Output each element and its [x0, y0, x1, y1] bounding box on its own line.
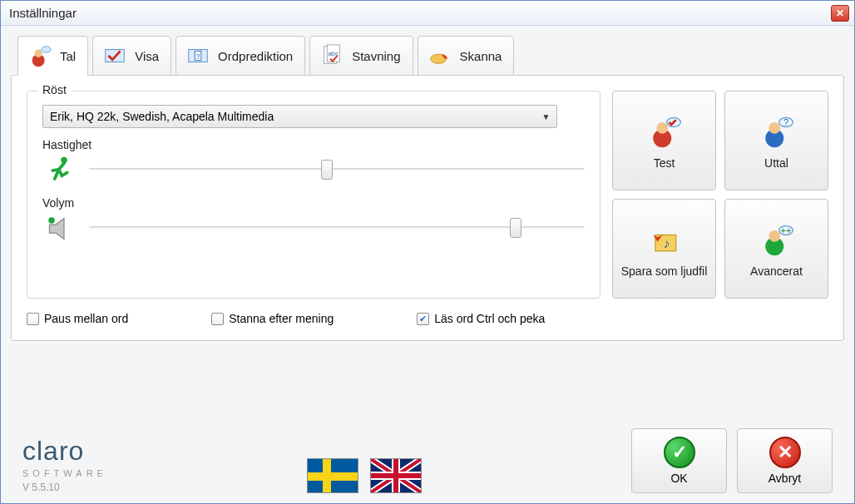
read-ctrl-checkbox[interactable]: ✔ Läs ord Ctrl och peka	[417, 312, 545, 325]
settings-window: Inställningar ✕ Tal	[0, 0, 855, 504]
ok-check-icon: ✓	[664, 437, 695, 468]
advanced-button[interactable]: ++ Avancerat	[724, 199, 828, 299]
side-buttons: Test ? Uttal	[612, 91, 828, 299]
tab-label: Tal	[60, 49, 76, 63]
footer: claro SOFTWARE V 5.5.10	[11, 422, 844, 493]
checkbox-icon	[211, 313, 224, 325]
volume-label: Volym	[42, 196, 585, 210]
prediction-icon: ?	[185, 42, 211, 69]
checkbox-label: Stanna efter mening	[229, 312, 334, 325]
button-label: Avancerat	[750, 264, 803, 278]
spelling-icon: abc	[319, 42, 345, 69]
person-check-icon	[645, 111, 684, 151]
brand-block: claro SOFTWARE V 5.5.10	[22, 436, 107, 493]
scan-icon	[427, 42, 453, 69]
person-question-icon: ?	[757, 111, 797, 151]
stop-sentence-checkbox[interactable]: Stanna efter mening	[211, 312, 334, 325]
flag-english[interactable]	[370, 458, 422, 493]
speech-person-icon	[27, 42, 53, 69]
svg-point-2	[42, 47, 51, 53]
voice-selected-value: Erik, HQ 22k, Swedish, Acapela Multimedi…	[50, 110, 274, 123]
tab-ordprediktion[interactable]: ? Ordprediktion	[175, 36, 305, 76]
brand-logo: claro	[22, 436, 107, 467]
tab-label: Stavning	[352, 49, 400, 63]
person-plus-icon: ++	[757, 220, 797, 259]
svg-point-23	[769, 230, 780, 242]
uttal-button[interactable]: ? Uttal	[724, 91, 828, 190]
speed-label: Hastighet	[42, 138, 585, 151]
voice-fieldset: Röst Erik, HQ 22k, Swedish, Acapela Mult…	[27, 91, 600, 299]
svg-point-12	[48, 217, 55, 224]
test-button[interactable]: Test	[612, 91, 716, 190]
brand-version: V 5.5.10	[22, 482, 107, 493]
tab-tal[interactable]: Tal	[17, 36, 88, 76]
title-bar: Inställningar ✕	[1, 1, 854, 26]
chevron-down-icon: ▼	[541, 112, 550, 121]
tab-label: Ordprediktion	[218, 49, 293, 63]
display-check-icon	[101, 42, 128, 69]
volume-slider[interactable]	[89, 220, 585, 238]
svg-point-14	[656, 122, 668, 134]
pause-words-checkbox[interactable]: Paus mellan ord	[27, 312, 128, 325]
button-label: Avbryt	[769, 472, 801, 485]
button-label: Spara som ljudfil	[621, 264, 708, 278]
svg-text:♪: ♪	[663, 236, 670, 250]
language-flags	[307, 458, 422, 493]
save-audio-button[interactable]: ♪ Spara som ljudfil	[612, 199, 716, 299]
button-label: OK	[670, 472, 687, 485]
svg-point-1	[34, 50, 42, 57]
window-title: Inställningar	[9, 6, 831, 20]
button-label: Uttal	[764, 156, 788, 170]
tab-panel: Tal Visa	[11, 36, 844, 422]
button-label: Test	[654, 156, 675, 170]
checkbox-label: Läs ord Ctrl och peka	[434, 312, 545, 325]
close-button[interactable]: ✕	[831, 5, 849, 22]
checkbox-icon: ✔	[417, 313, 429, 325]
svg-point-17	[769, 122, 780, 134]
cancel-button[interactable]: ✕ Avbryt	[737, 428, 833, 493]
svg-text:++: ++	[780, 225, 791, 235]
svg-text:?: ?	[783, 117, 788, 127]
checkbox-icon	[27, 313, 39, 325]
tab-row: Tal Visa	[11, 36, 844, 76]
checkbox-label: Paus mellan ord	[44, 312, 128, 325]
checkbox-row: Paus mellan ord Stanna efter mening ✔ Lä…	[27, 307, 828, 325]
speaker-icon	[42, 211, 77, 246]
tab-label: Skanna	[460, 49, 502, 63]
tab-visa[interactable]: Visa	[92, 36, 171, 76]
voice-legend: Röst	[37, 83, 72, 96]
content-area: Tal Visa	[1, 26, 854, 503]
svg-text:?: ?	[196, 52, 200, 61]
brand-sub: SOFTWARE	[22, 468, 107, 478]
running-person-icon	[42, 153, 77, 188]
flag-swedish[interactable]	[307, 458, 358, 493]
close-icon: ✕	[836, 7, 844, 19]
save-audio-icon: ♪	[645, 220, 684, 259]
tab-label: Visa	[135, 49, 159, 63]
tab-skanna[interactable]: Skanna	[418, 36, 515, 76]
cancel-x-icon: ✕	[769, 437, 801, 468]
tab-body-tal: Röst Erik, HQ 22k, Swedish, Acapela Mult…	[11, 75, 844, 341]
speed-slider[interactable]	[89, 161, 585, 180]
slider-thumb[interactable]	[321, 160, 333, 180]
voice-select[interactable]: Erik, HQ 22k, Swedish, Acapela Multimedi…	[42, 105, 557, 128]
ok-button[interactable]: ✓ OK	[631, 428, 727, 493]
tab-stavning[interactable]: abc Stavning	[309, 36, 413, 76]
svg-rect-30	[371, 473, 421, 478]
slider-thumb[interactable]	[510, 218, 521, 238]
